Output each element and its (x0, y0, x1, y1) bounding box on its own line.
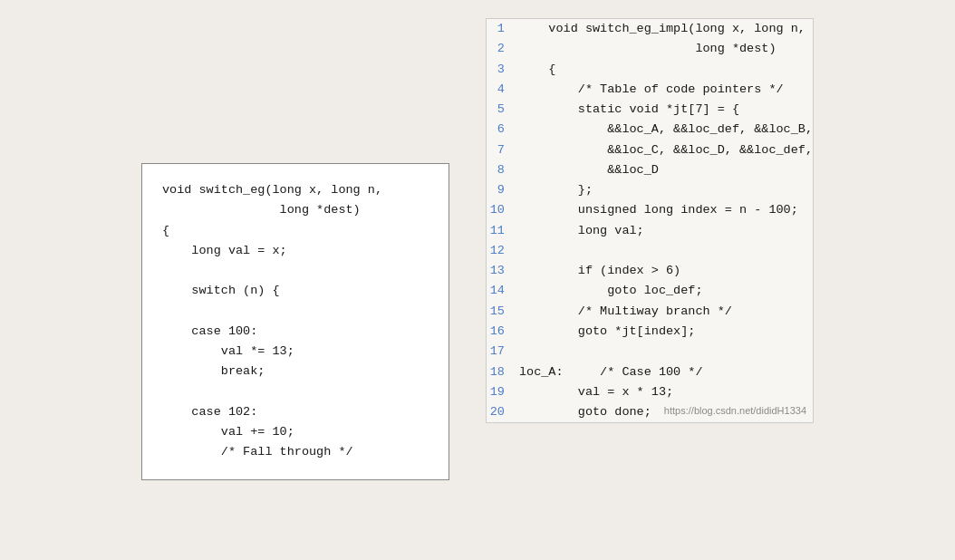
line-code: if (index > 6) (519, 261, 680, 281)
line-number: 10 (487, 200, 519, 220)
line-number: 4 (487, 80, 519, 100)
line-code: long *dest) (519, 39, 777, 59)
line-code: { (519, 60, 556, 80)
line-number: 16 (487, 322, 519, 342)
line-code: void switch_eg_impl(long x, long n, (519, 19, 805, 39)
line-code: &&loc_A, &&loc_def, &&loc_B, (519, 120, 813, 140)
line-code: loc_A: /* Case 100 */ (519, 362, 703, 382)
line-code: goto done; (519, 402, 651, 422)
table-row: 2 long *dest) (487, 39, 813, 59)
table-row: 13 if (index > 6) (487, 261, 813, 281)
line-code: unsigned long index = n - 100; (519, 200, 798, 220)
table-row: 18loc_A: /* Case 100 */ (487, 362, 813, 382)
table-row: 11 long val; (487, 221, 813, 241)
watermark-text: https://blog.csdn.net/dididH1334 (664, 405, 806, 416)
line-number: 7 (487, 140, 519, 160)
line-number: 11 (487, 221, 519, 241)
line-code: }; (519, 180, 593, 200)
line-number: 15 (487, 302, 519, 322)
line-code: long val; (519, 221, 644, 241)
table-row: 15 /* Multiway branch */ (487, 302, 813, 322)
table-row: 16 goto *jt[index]; (487, 322, 813, 342)
line-code: &&loc_D (519, 160, 659, 180)
table-row: 12 (487, 241, 813, 261)
line-code: &&loc_C, &&loc_D, &&loc_def, (519, 140, 813, 160)
table-row: 1 void switch_eg_impl(long x, long n, (487, 19, 813, 39)
table-row: 14 goto loc_def; (487, 281, 813, 301)
line-code: /* Multiway branch */ (519, 302, 732, 322)
left-code-panel: void switch_eg(long x, long n, long *des… (141, 163, 449, 480)
line-code: goto *jt[index]; (519, 322, 695, 342)
table-row: 10 unsigned long index = n - 100; (487, 200, 813, 220)
left-code-content: void switch_eg(long x, long n, long *des… (162, 180, 429, 463)
table-row: 19 val = x * 13; (487, 382, 813, 402)
line-number: 17 (487, 342, 519, 362)
line-number: 20 (487, 402, 519, 422)
line-number: 2 (487, 39, 519, 59)
line-number: 1 (487, 19, 519, 39)
line-number: 18 (487, 362, 519, 382)
line-number: 5 (487, 100, 519, 120)
line-number: 3 (487, 60, 519, 80)
line-number: 12 (487, 241, 519, 261)
table-row: 4 /* Table of code pointers */ (487, 80, 813, 100)
line-number: 19 (487, 382, 519, 402)
table-row: 7 &&loc_C, &&loc_D, &&loc_def, (487, 140, 813, 160)
table-row: 8 &&loc_D (487, 160, 813, 180)
line-number: 13 (487, 261, 519, 281)
line-number: 6 (487, 120, 519, 140)
line-code: val = x * 13; (519, 382, 673, 402)
right-code-panel: 1 void switch_eg_impl(long x, long n,2 l… (486, 18, 814, 423)
table-row: 5 static void *jt[7] = { (487, 100, 813, 120)
line-code: goto loc_def; (519, 281, 703, 301)
line-code: /* Table of code pointers */ (519, 80, 784, 100)
line-number: 8 (487, 160, 519, 180)
table-row: 6 &&loc_A, &&loc_def, &&loc_B, (487, 120, 813, 140)
table-row: 3 { (487, 60, 813, 80)
right-panel-wrapper: 1 void switch_eg_impl(long x, long n,2 l… (486, 18, 814, 423)
line-number: 9 (487, 180, 519, 200)
table-row: 17 (487, 342, 813, 362)
line-code: static void *jt[7] = { (519, 100, 739, 120)
line-number: 14 (487, 281, 519, 301)
table-row: 9 }; (487, 180, 813, 200)
